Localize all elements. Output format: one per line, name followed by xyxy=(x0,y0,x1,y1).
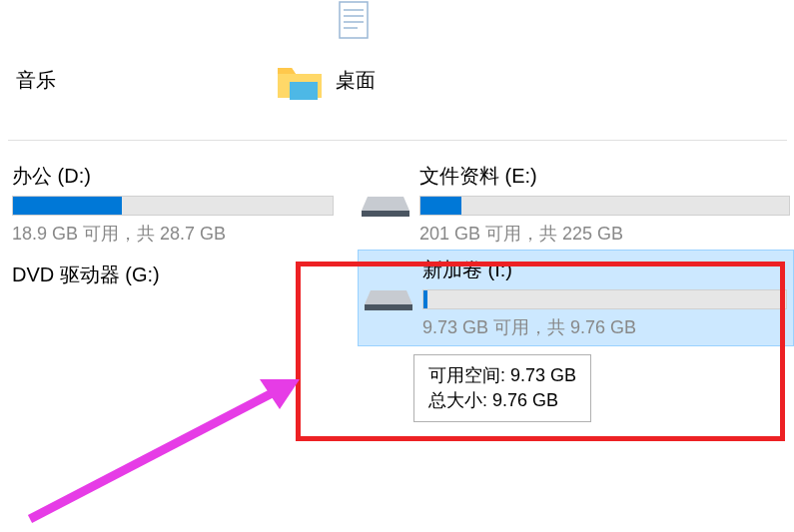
desktop-folder[interactable]: 桌面 xyxy=(276,60,376,100)
drive-i[interactable]: 新加卷 (I:) 9.73 GB 可用，共 9.76 GB xyxy=(358,250,794,346)
drive-i-fill xyxy=(423,290,427,308)
drive-e[interactable]: 文件资料 (E:) 201 GB 可用，共 225 GB xyxy=(358,159,794,250)
drive-tooltip: 可用空间: 9.73 GB 总大小: 9.76 GB xyxy=(413,354,591,422)
tooltip-total-value: 9.76 GB xyxy=(492,390,558,410)
drive-e-bar xyxy=(419,196,790,216)
hdd-icon xyxy=(362,163,409,246)
annotation-arrow xyxy=(0,349,300,529)
svg-rect-6 xyxy=(362,211,409,217)
drive-d[interactable]: 办公 (D:) 18.9 GB 可用，共 28.7 GB xyxy=(8,159,338,250)
drive-d-stats: 18.9 GB 可用，共 28.7 GB xyxy=(12,222,334,246)
drive-d-fill xyxy=(13,197,122,215)
drive-g[interactable]: DVD 驱动器 (G:) xyxy=(8,250,338,346)
drive-i-bar xyxy=(422,289,787,309)
tooltip-total-label: 总大小: xyxy=(428,390,487,410)
drive-e-fill xyxy=(420,197,461,215)
drive-d-name: 办公 (D:) xyxy=(12,163,334,190)
drive-e-stats: 201 GB 可用，共 225 GB xyxy=(419,222,790,246)
drive-i-stats: 9.73 GB 可用，共 9.76 GB xyxy=(422,315,787,339)
svg-rect-5 xyxy=(290,82,318,100)
svg-rect-0 xyxy=(340,2,368,38)
hdd-icon xyxy=(365,257,412,339)
music-label: 音乐 xyxy=(16,67,56,94)
svg-marker-9 xyxy=(260,379,300,409)
document-icon xyxy=(334,0,374,40)
svg-rect-7 xyxy=(365,304,412,310)
drive-e-name: 文件资料 (E:) xyxy=(419,163,790,190)
music-folder[interactable]: 音乐 xyxy=(16,60,56,100)
drive-i-name: 新加卷 (I:) xyxy=(422,257,787,283)
svg-line-8 xyxy=(30,389,280,519)
tooltip-available-label: 可用空间: xyxy=(428,365,505,385)
folder-icon xyxy=(276,60,324,100)
drive-d-bar xyxy=(12,196,334,216)
tooltip-available-value: 9.73 GB xyxy=(510,365,576,385)
desktop-label: 桌面 xyxy=(336,67,376,94)
drive-g-name: DVD 驱动器 (G:) xyxy=(12,254,334,288)
